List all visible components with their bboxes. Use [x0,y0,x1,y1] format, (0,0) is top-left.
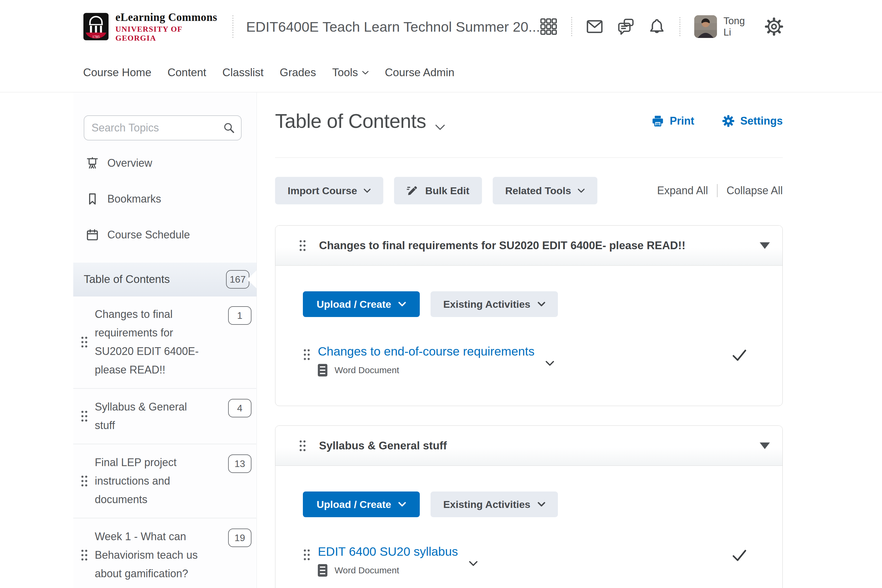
bulk-edit-button[interactable]: Bulk Edit [394,177,482,204]
chevron-down-icon [362,71,369,75]
chevron-down-icon [538,502,545,507]
logo-year: 1785 [92,34,100,39]
title-row: Table of Contents Print [275,104,783,138]
related-tools-label: Related Tools [505,185,571,196]
user-name[interactable]: Tong Li [724,15,751,38]
dotted-divider [571,17,572,36]
bookmark-icon [86,192,99,206]
drag-handle-icon[interactable] [303,549,311,561]
user-avatar[interactable] [694,15,717,38]
brand-line1: eLearning Commons [116,11,220,24]
toolbar: Import Course Bulk Edit Related T [275,177,783,204]
nav-tools[interactable]: Tools [332,66,369,79]
topic-type-label: Word Document [335,565,399,576]
nav-course-home[interactable]: Course Home [83,66,151,79]
print-button[interactable]: Print [651,114,694,128]
gear-icon[interactable] [765,17,783,36]
course-navbar: Course Home Content Classlist Grades Too… [0,53,882,92]
nav-course-admin[interactable]: Course Admin [385,66,454,79]
module-actions: Upload / Create Existing Activities [303,492,783,517]
bulk-edit-label: Bulk Edit [425,185,469,196]
sidebar-item-course-schedule[interactable]: Course Schedule [73,217,257,253]
collapse-module-icon[interactable] [760,442,770,449]
mail-icon[interactable] [586,17,603,36]
nav-grades[interactable]: Grades [280,66,316,79]
sidebar-item-table-of-contents[interactable]: Table of Contents 167 [73,262,257,296]
module-actions: Upload / Create Existing Activities [303,291,783,317]
course-title[interactable]: EDIT6400E Teach Learn Technol Summer 20.… [246,18,540,35]
waffle-grid-icon[interactable] [540,17,557,36]
topic-link[interactable]: EDIT 6400 SU20 syllabus [318,544,458,558]
related-tools-button[interactable]: Related Tools [493,177,597,204]
expand-all-link[interactable]: Expand All [657,184,708,197]
upload-create-label: Upload / Create [317,298,391,310]
import-course-button[interactable]: Import Course [275,177,383,204]
toc-module-item[interactable]: Syllabus & General stuff 4 [73,389,256,444]
pencil-icon [407,184,419,196]
topic-context-menu-chevron-icon[interactable] [545,361,554,366]
existing-activities-label: Existing Activities [443,298,530,310]
brand-text: eLearning Commons UNIVERSITY OF GEORGIA [116,11,220,43]
toc-count-badge: 167 [226,270,249,289]
topic-context-menu-chevron-icon[interactable] [469,561,478,566]
user-menu[interactable]: Tong Li [694,15,751,38]
module-count-badge: 19 [228,528,251,547]
overview-easel-icon [86,156,99,170]
sidebar-item-overview[interactable]: Overview [73,145,257,181]
title-divider [275,158,783,158]
module-card: Changes to final requirements for SU2020… [275,225,783,406]
module-title: Changes to final requirements for SU2020… [319,239,760,252]
upload-create-button[interactable]: Upload / Create [303,492,420,517]
topic-meta: Word Document [318,364,535,376]
page-actions: Print Settings [651,114,783,128]
existing-activities-button[interactable]: Existing Activities [431,492,558,517]
elc-logo[interactable]: 1785 eLearning Commons UNIVERSITY OF GEO… [83,11,220,43]
vertical-divider [717,184,718,197]
module-title: Final LEP project instructions and docum… [95,453,208,509]
sidebar-item-label: Overview [107,157,152,170]
minibar: 1785 eLearning Commons UNIVERSITY OF GEO… [0,0,882,53]
completion-checkmark-icon[interactable] [732,549,747,562]
toc-module-item[interactable]: Week 1 - What can Behaviorism teach us a… [73,518,256,588]
module-card: Syllabus & General stuff Upload / Create… [275,426,783,588]
upload-create-button[interactable]: Upload / Create [303,291,420,317]
word-document-icon [318,364,328,376]
topic-link[interactable]: Changes to end-of-course requirements [318,345,535,358]
bell-icon[interactable] [648,17,666,36]
brand-line2: UNIVERSITY OF GEORGIA [116,25,220,43]
drag-handle[interactable] [80,336,95,348]
chevron-down-icon [578,189,585,193]
drag-handle-icon [80,549,88,561]
collapse-all-link[interactable]: Collapse All [727,184,783,197]
settings-button[interactable]: Settings [722,114,783,128]
search-input[interactable] [84,116,241,140]
drag-handle-icon[interactable] [303,349,311,361]
completion-checkmark-icon[interactable] [732,349,747,362]
existing-activities-label: Existing Activities [443,499,530,510]
upload-create-label: Upload / Create [317,499,391,510]
nav-classlist[interactable]: Classlist [222,66,264,79]
module-count-badge: 1 [228,306,251,325]
sidebar-item-label: Course Schedule [107,229,190,241]
existing-activities-button[interactable]: Existing Activities [431,291,558,317]
title-actions-chevron-icon[interactable] [435,124,445,130]
module-title: Changes to final requirements for SU2020… [95,305,208,379]
drag-handle-icon[interactable] [299,440,307,452]
drag-handle-icon[interactable] [299,240,307,252]
toc-module-item[interactable]: Final LEP project instructions and docum… [73,444,256,518]
drag-handle-icon [80,410,88,422]
search-icon[interactable] [223,122,235,134]
nav-content[interactable]: Content [167,66,206,79]
drag-handle[interactable] [80,410,95,422]
sidebar-nav: Overview Bookmarks Course Schedule [73,145,257,253]
dotted-divider [679,17,681,36]
drag-handle[interactable] [80,549,95,561]
toc-module-item[interactable]: Changes to final requirements for SU2020… [73,296,256,389]
drag-handle[interactable] [80,475,95,487]
toc-module-list: Changes to final requirements for SU2020… [73,296,256,588]
collapse-module-icon[interactable] [760,242,770,249]
module-header: Syllabus & General stuff [275,426,783,466]
drag-handle-icon [80,336,88,348]
chat-icon[interactable] [617,17,634,36]
sidebar-item-bookmarks[interactable]: Bookmarks [73,181,257,217]
